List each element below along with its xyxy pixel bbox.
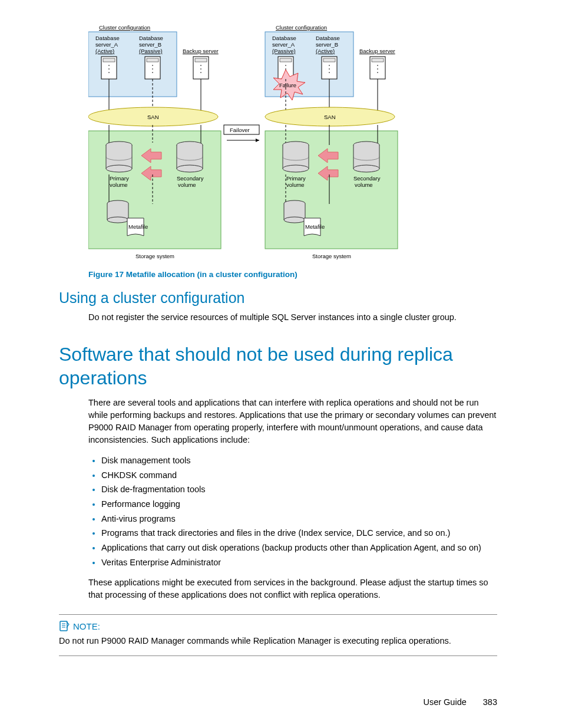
right-prim2: volume <box>286 182 305 188</box>
left-metafile: Metafile <box>128 223 148 230</box>
footer-guide: User Guide <box>423 697 466 707</box>
section2-para1: There are several tools and applications… <box>88 397 497 446</box>
left-srvB-l2: server_B <box>139 41 161 48</box>
failover-label: Failover <box>230 127 250 133</box>
list-item: Programs that track directories and file… <box>101 526 497 541</box>
left-srvB-l1: Database <box>139 35 163 41</box>
svg-text:Failure: Failure <box>279 82 296 88</box>
figure-caption: Figure 17 Metafile allocation (in a clus… <box>88 270 497 279</box>
figure-diagram: Cluster configuration Database server_A … <box>88 24 497 265</box>
right-srvA-l3: (Passive) <box>272 48 296 54</box>
note-box: NOTE: Do not run P9000 RAID Manager comm… <box>59 614 497 656</box>
right-srvA-l1: Database <box>272 35 296 41</box>
svg-rect-41 <box>60 621 67 631</box>
list-item: CHKDSK command <box>101 468 497 483</box>
right-metafile: Metafile <box>305 223 325 230</box>
list-item: Anti-virus programs <box>101 512 497 526</box>
list-item: Veritas Enterprise Administrator <box>101 555 497 570</box>
right-san: SAN <box>324 114 336 120</box>
left-backup: Backup server <box>183 48 219 54</box>
left-san: SAN <box>147 114 159 120</box>
left-storage: Storage system <box>135 253 174 259</box>
section-software-title: Software that should not be used during … <box>59 342 497 390</box>
list-item: Disk management tools <box>101 453 497 468</box>
right-srvA-l2: server_A <box>272 41 295 48</box>
right-sec1: Secondary <box>353 175 381 182</box>
list-item: Performance logging <box>101 497 497 512</box>
right-prim1: Primary <box>286 175 306 182</box>
left-cluster-title: Cluster configuration <box>99 24 150 31</box>
footer-page: 383 <box>483 697 497 707</box>
left-srvA-l2: server_A <box>95 41 118 48</box>
left-prim1: Primary <box>110 175 129 182</box>
left-prim2: volume <box>110 182 128 188</box>
section1-para: Do not register the service resources of… <box>88 311 497 324</box>
note-icon <box>59 621 70 631</box>
note-text: Do not run P9000 RAID Manager commands w… <box>59 635 497 647</box>
right-backup: Backup server <box>359 48 395 54</box>
list-item: Applications that carry out disk operati… <box>101 541 497 555</box>
section-using-cluster-title: Using a cluster configuration <box>59 289 497 307</box>
right-storage: Storage system <box>312 253 351 259</box>
left-srvB-l3: (Passive) <box>139 48 163 54</box>
right-sec2: volume <box>355 182 373 188</box>
right-srvB-l2: server_B <box>316 41 338 48</box>
left-srvA-l1: Database <box>95 35 120 41</box>
left-sec2: volume <box>178 182 196 188</box>
bullet-list: Disk management tools CHKDSK command Dis… <box>88 453 497 569</box>
left-sec1: Secondary <box>177 175 204 182</box>
list-item: Disk de-fragmentation tools <box>101 482 497 497</box>
right-cluster-title: Cluster configuration <box>276 24 327 31</box>
right-srvB-l1: Database <box>316 35 340 41</box>
page-footer: User Guide 383 <box>59 697 497 707</box>
right-srvB-l3: (Active) <box>316 48 335 54</box>
note-label: NOTE: <box>73 621 100 631</box>
left-srvA-l3: (Active) <box>95 48 114 54</box>
section2-para2: These applications might be executed fro… <box>88 577 497 601</box>
